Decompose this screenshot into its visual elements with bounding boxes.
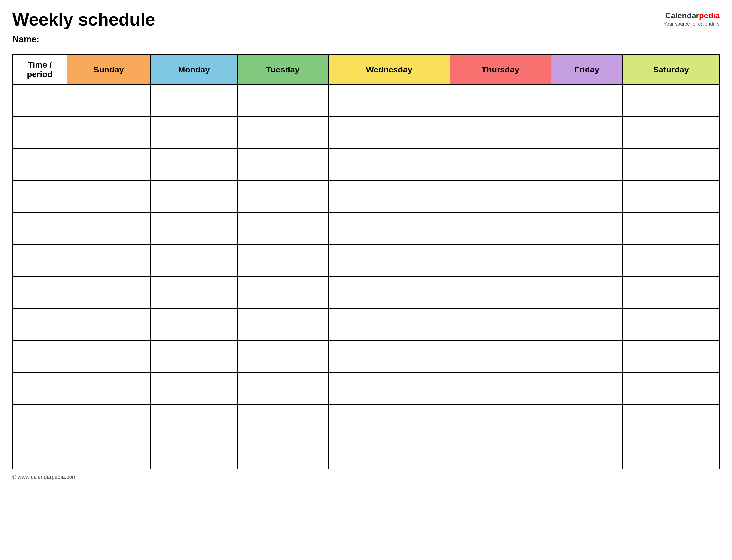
table-row[interactable]	[13, 148, 719, 180]
cell-monday[interactable]	[150, 245, 237, 277]
table-row[interactable]	[13, 245, 719, 277]
table-row[interactable]	[13, 309, 719, 341]
time-cell[interactable]	[13, 341, 67, 373]
cell-sunday[interactable]	[67, 437, 150, 469]
cell-wednesday[interactable]	[328, 277, 450, 309]
cell-tuesday[interactable]	[237, 116, 328, 148]
cell-tuesday[interactable]	[237, 245, 328, 277]
cell-tuesday[interactable]	[237, 84, 328, 116]
cell-saturday[interactable]	[623, 212, 719, 245]
cell-sunday[interactable]	[67, 373, 150, 405]
cell-friday[interactable]	[551, 84, 623, 116]
cell-sunday[interactable]	[67, 341, 150, 373]
cell-wednesday[interactable]	[328, 212, 450, 245]
cell-monday[interactable]	[150, 180, 237, 212]
time-cell[interactable]	[13, 437, 67, 469]
cell-monday[interactable]	[150, 277, 237, 309]
cell-wednesday[interactable]	[328, 148, 450, 180]
cell-sunday[interactable]	[67, 309, 150, 341]
cell-wednesday[interactable]	[328, 309, 450, 341]
cell-saturday[interactable]	[623, 148, 719, 180]
time-cell[interactable]	[13, 84, 67, 116]
time-cell[interactable]	[13, 148, 67, 180]
cell-tuesday[interactable]	[237, 437, 328, 469]
cell-wednesday[interactable]	[328, 341, 450, 373]
cell-friday[interactable]	[551, 148, 623, 180]
cell-friday[interactable]	[551, 180, 623, 212]
table-row[interactable]	[13, 212, 719, 245]
cell-thursday[interactable]	[450, 245, 551, 277]
cell-wednesday[interactable]	[328, 437, 450, 469]
cell-monday[interactable]	[150, 84, 237, 116]
table-row[interactable]	[13, 180, 719, 212]
table-row[interactable]	[13, 405, 719, 437]
cell-wednesday[interactable]	[328, 405, 450, 437]
table-row[interactable]	[13, 341, 719, 373]
cell-tuesday[interactable]	[237, 373, 328, 405]
cell-thursday[interactable]	[450, 437, 551, 469]
cell-monday[interactable]	[150, 373, 237, 405]
cell-saturday[interactable]	[623, 373, 719, 405]
cell-saturday[interactable]	[623, 405, 719, 437]
cell-thursday[interactable]	[450, 405, 551, 437]
cell-thursday[interactable]	[450, 116, 551, 148]
cell-friday[interactable]	[551, 309, 623, 341]
cell-saturday[interactable]	[623, 84, 719, 116]
cell-wednesday[interactable]	[328, 116, 450, 148]
cell-thursday[interactable]	[450, 84, 551, 116]
cell-tuesday[interactable]	[237, 212, 328, 245]
cell-sunday[interactable]	[67, 84, 150, 116]
time-cell[interactable]	[13, 373, 67, 405]
cell-friday[interactable]	[551, 373, 623, 405]
time-cell[interactable]	[13, 212, 67, 245]
cell-thursday[interactable]	[450, 148, 551, 180]
cell-thursday[interactable]	[450, 277, 551, 309]
cell-wednesday[interactable]	[328, 84, 450, 116]
cell-saturday[interactable]	[623, 277, 719, 309]
cell-friday[interactable]	[551, 277, 623, 309]
cell-saturday[interactable]	[623, 180, 719, 212]
cell-friday[interactable]	[551, 405, 623, 437]
cell-wednesday[interactable]	[328, 245, 450, 277]
time-cell[interactable]	[13, 277, 67, 309]
cell-sunday[interactable]	[67, 148, 150, 180]
cell-monday[interactable]	[150, 212, 237, 245]
cell-thursday[interactable]	[450, 309, 551, 341]
time-cell[interactable]	[13, 245, 67, 277]
time-cell[interactable]	[13, 180, 67, 212]
cell-monday[interactable]	[150, 437, 237, 469]
cell-monday[interactable]	[150, 341, 237, 373]
cell-thursday[interactable]	[450, 341, 551, 373]
cell-wednesday[interactable]	[328, 180, 450, 212]
cell-friday[interactable]	[551, 341, 623, 373]
cell-saturday[interactable]	[623, 437, 719, 469]
cell-thursday[interactable]	[450, 373, 551, 405]
cell-saturday[interactable]	[623, 309, 719, 341]
cell-friday[interactable]	[551, 437, 623, 469]
cell-tuesday[interactable]	[237, 309, 328, 341]
time-cell[interactable]	[13, 116, 67, 148]
cell-monday[interactable]	[150, 148, 237, 180]
cell-friday[interactable]	[551, 116, 623, 148]
cell-thursday[interactable]	[450, 180, 551, 212]
cell-sunday[interactable]	[67, 277, 150, 309]
cell-thursday[interactable]	[450, 212, 551, 245]
table-row[interactable]	[13, 116, 719, 148]
cell-tuesday[interactable]	[237, 277, 328, 309]
cell-saturday[interactable]	[623, 245, 719, 277]
time-cell[interactable]	[13, 405, 67, 437]
cell-friday[interactable]	[551, 212, 623, 245]
cell-sunday[interactable]	[67, 116, 150, 148]
cell-sunday[interactable]	[67, 180, 150, 212]
cell-friday[interactable]	[551, 245, 623, 277]
cell-tuesday[interactable]	[237, 180, 328, 212]
cell-wednesday[interactable]	[328, 373, 450, 405]
cell-tuesday[interactable]	[237, 148, 328, 180]
table-row[interactable]	[13, 277, 719, 309]
cell-monday[interactable]	[150, 116, 237, 148]
table-row[interactable]	[13, 84, 719, 116]
cell-sunday[interactable]	[67, 405, 150, 437]
cell-sunday[interactable]	[67, 245, 150, 277]
cell-sunday[interactable]	[67, 212, 150, 245]
cell-tuesday[interactable]	[237, 341, 328, 373]
